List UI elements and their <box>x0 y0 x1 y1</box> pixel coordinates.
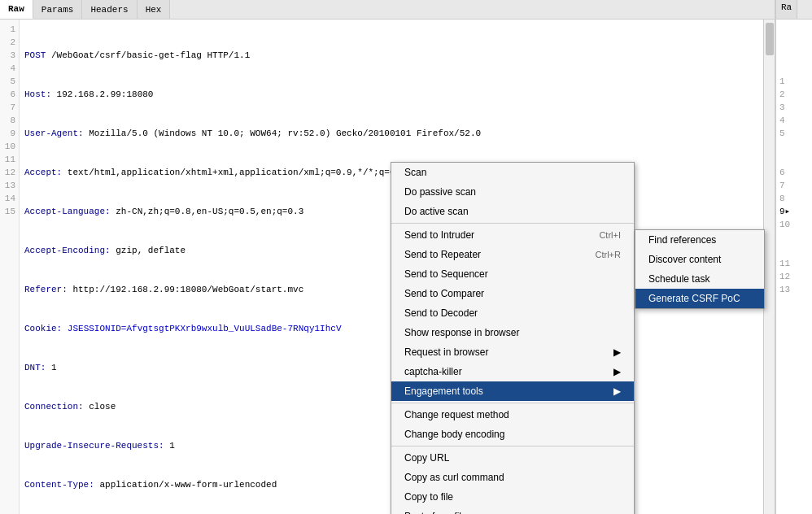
menu-item-paste-file[interactable]: Paste from file <box>391 507 634 514</box>
menu-item-captcha-killer[interactable]: captcha-killer ▶ <box>391 362 634 381</box>
submenu-item-generate-csrf[interactable]: Generate CSRF PoC <box>635 289 764 308</box>
tab-right-raw[interactable]: Ra <box>776 0 797 19</box>
menu-item-active-scan[interactable]: Do active scan <box>391 202 634 221</box>
arrow-icon: ▶ <box>613 346 621 358</box>
menu-item-send-sequencer[interactable]: Send to Sequencer <box>391 264 634 284</box>
right-content: 12345 6789▸10 111213 <box>776 20 812 514</box>
menu-item-scan[interactable]: Scan <box>391 163 634 182</box>
menu-item-engagement-tools[interactable]: Engagement tools ▶ <box>391 381 634 401</box>
menu-item-copy-curl[interactable]: Copy as curl command <box>391 468 634 487</box>
menu-item-send-comparer[interactable]: Send to Comparer <box>391 284 634 303</box>
scrollbar-thumb[interactable] <box>766 23 774 55</box>
tab-hex[interactable]: Hex <box>138 0 171 19</box>
arrow-icon: ▶ <box>613 366 621 377</box>
submenu-engagement-tools: Find references Discover content Schedul… <box>635 229 765 309</box>
menu-item-passive-scan[interactable]: Do passive scan <box>391 182 634 202</box>
submenu-item-schedule-task[interactable]: Schedule task <box>635 269 764 289</box>
left-panel: Raw Params Headers Hex 12345 678910 1112… <box>0 0 775 514</box>
submenu-item-discover-content[interactable]: Discover content <box>635 250 764 269</box>
menu-item-send-intruder[interactable]: Send to Intruder Ctrl+I <box>391 225 634 245</box>
separator-3 <box>391 446 634 446</box>
separator-1 <box>391 223 634 224</box>
left-tab-bar: Raw Params Headers Hex <box>0 0 775 20</box>
right-panel: Ra 12345 6789▸10 111213 <box>775 0 812 514</box>
scrollbar[interactable] <box>763 20 775 514</box>
separator-2 <box>391 403 634 403</box>
menu-item-request-browser[interactable]: Request in browser ▶ <box>391 342 634 362</box>
line-numbers: 12345 678910 1112131415 <box>0 20 20 514</box>
submenu-item-find-references[interactable]: Find references <box>635 230 764 250</box>
right-tab-bar: Ra <box>776 0 812 20</box>
menu-item-send-decoder[interactable]: Send to Decoder <box>391 303 634 323</box>
context-menu: Scan Do passive scan Do active scan Send… <box>391 162 635 514</box>
tab-headers[interactable]: Headers <box>82 0 137 19</box>
menu-item-copy-file[interactable]: Copy to file <box>391 487 634 507</box>
menu-item-show-response[interactable]: Show response in browser <box>391 323 634 342</box>
arrow-icon: ▶ <box>613 386 621 397</box>
request-content-area: 12345 678910 1112131415 POST /WebGoat/cs… <box>0 20 775 514</box>
menu-item-change-encoding[interactable]: Change body encoding <box>391 425 634 444</box>
tab-params[interactable]: Params <box>33 0 83 19</box>
tab-raw[interactable]: Raw <box>0 0 33 19</box>
menu-item-send-repeater[interactable]: Send to Repeater Ctrl+R <box>391 245 634 264</box>
menu-item-copy-url[interactable]: Copy URL <box>391 448 634 468</box>
menu-item-change-method[interactable]: Change request method <box>391 405 634 425</box>
